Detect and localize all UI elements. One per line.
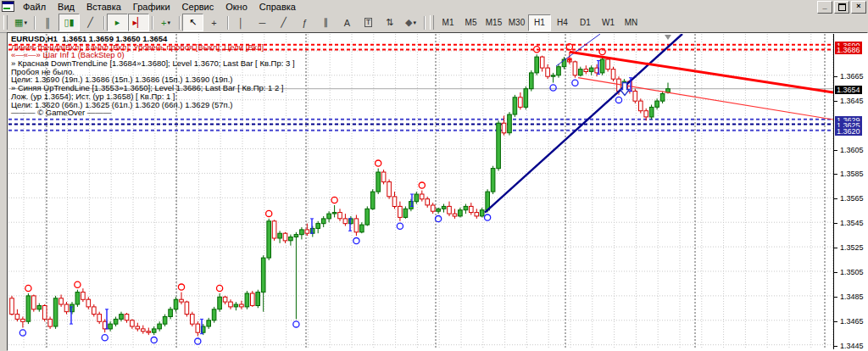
price-badge-1.3654: 1.3654 xyxy=(835,86,862,94)
swing-low-circle xyxy=(102,335,108,341)
swing-high-circle xyxy=(266,210,272,216)
toolbar-separator xyxy=(152,16,153,30)
bar-chart-button[interactable]: ║ xyxy=(37,14,58,31)
vertical-line-button[interactable]: │ xyxy=(231,14,252,31)
dropdown-caret-icon: ▾ xyxy=(167,20,170,26)
crosshair-icon: + xyxy=(211,18,216,28)
text-button[interactable]: A xyxy=(337,14,358,31)
window-controls: _ × xyxy=(817,1,866,14)
toolbar-separator xyxy=(103,16,104,30)
toolbar-grip[interactable] xyxy=(3,15,8,30)
swing-low-circle xyxy=(353,238,359,244)
chart-window: EURUSD,H1 1.3651 1.3659 1.3650 1.3654Лин… xyxy=(7,32,868,351)
autoscroll-button[interactable]: ▸ xyxy=(107,14,128,31)
toolbar-buttons: ▦▾║▯▮╱▸▸▏+▾↖+│─╱ƒ∥AT⇅◆▾ xyxy=(10,14,427,31)
swing-high-circle xyxy=(376,160,381,166)
toolbar-separator xyxy=(179,16,180,30)
dropdown-caret-icon: ▾ xyxy=(24,20,27,26)
bar-chart-icon: ║ xyxy=(45,18,52,28)
menu-item-2[interactable]: Вставка xyxy=(81,2,127,12)
tick-dash xyxy=(834,297,837,298)
menu-items: ФайлВидВставкаГрафикиСервисОкноСправка xyxy=(17,2,302,12)
chart-canvas[interactable] xyxy=(8,34,833,349)
price-axis[interactable]: 1.36651.36451.36051.35851.35651.35451.35… xyxy=(833,34,867,349)
swing-low-circle xyxy=(195,338,201,344)
tick-dash xyxy=(834,76,837,77)
shapes-icon: ◆ xyxy=(405,17,412,28)
price-badge-1.3686: 1.3686 xyxy=(835,46,862,54)
swing-low-circle xyxy=(485,214,491,220)
fibonacci-icon: ƒ xyxy=(302,18,307,28)
tick-dash xyxy=(834,101,837,102)
fibonacci-button[interactable]: ƒ xyxy=(294,14,315,31)
chart-window-icon[interactable] xyxy=(2,1,14,12)
tick-dash xyxy=(834,223,837,224)
text-label-icon: T xyxy=(364,18,373,27)
tick-dash xyxy=(834,150,837,151)
chart-shift-button[interactable]: ▸▏ xyxy=(128,14,149,31)
arrows-button[interactable]: ⇅ xyxy=(379,14,400,31)
toolbar-separator xyxy=(424,16,425,30)
dropdown-caret-icon: ▾ xyxy=(413,20,416,26)
tick-dash xyxy=(834,321,837,322)
toolbar: ▦▾║▯▮╱▸▸▏+▾↖+│─╱ƒ∥AT⇅◆▾ M1M5M15M30H1H4D1… xyxy=(0,13,868,33)
menu-item-1[interactable]: Вид xyxy=(52,2,81,12)
menu-item-4[interactable]: Сервис xyxy=(176,2,220,12)
timeframe-button-m30[interactable]: M30 xyxy=(505,14,528,31)
new-chart-button[interactable]: ▦▾ xyxy=(10,14,31,31)
line-chart-button[interactable]: ╱ xyxy=(80,14,101,31)
swing-high-circle xyxy=(217,285,223,291)
toolbar-separator xyxy=(34,16,35,30)
tick-dash xyxy=(834,198,837,199)
price-badge-1.3620: 1.3620 xyxy=(835,127,862,136)
timeframe-button-h1[interactable]: H1 xyxy=(528,14,551,31)
menu-item-6[interactable]: Справка xyxy=(253,2,302,12)
line-chart-icon: ╱ xyxy=(87,17,93,28)
timeframe-button-d1[interactable]: D1 xyxy=(574,14,597,31)
channel-icon: ∥ xyxy=(324,17,329,28)
vertical-line-icon: │ xyxy=(238,18,244,28)
restore-icon xyxy=(838,3,846,11)
chart-shift-icon: ▸▏ xyxy=(133,17,145,28)
timeframe-button-mn[interactable]: MN xyxy=(620,14,643,31)
swing-high-circle xyxy=(419,182,425,188)
swing-low-circle xyxy=(151,337,157,343)
timeframe-button-m15[interactable]: M15 xyxy=(482,14,505,31)
autoscroll-icon: ▸ xyxy=(115,17,120,28)
arrows-icon: ⇅ xyxy=(386,17,393,28)
trendline-button[interactable]: ╱ xyxy=(273,14,294,31)
horizontal-line-icon: ─ xyxy=(259,18,266,28)
toolbar-separator xyxy=(227,16,228,30)
timeframe-button-w1[interactable]: W1 xyxy=(597,14,620,31)
swing-low-circle xyxy=(550,85,556,91)
menu-item-0[interactable]: Файл xyxy=(17,2,52,12)
tick-dash xyxy=(834,272,837,273)
tick-dash xyxy=(834,174,837,175)
menu-item-5[interactable]: Окно xyxy=(220,2,253,12)
close-button[interactable]: × xyxy=(851,1,866,14)
menu-bar: ФайлВидВставкаГрафикиСервисОкноСправка _… xyxy=(0,0,868,13)
crosshair-button[interactable]: + xyxy=(203,14,225,31)
indicators-button[interactable]: +▾ xyxy=(155,14,176,31)
swing-low-circle xyxy=(572,80,578,86)
swing-low-circle xyxy=(397,223,403,229)
timeframe-button-m1[interactable]: M1 xyxy=(437,14,459,31)
channel-button[interactable]: ∥ xyxy=(315,14,337,31)
toolbar-grip-2[interactable] xyxy=(430,15,434,30)
swing-low-circle xyxy=(293,321,299,327)
red-downtrendline xyxy=(570,52,833,92)
text-label-button[interactable]: T xyxy=(358,14,379,31)
shapes-button[interactable]: ◆▾ xyxy=(400,14,421,31)
timeframe-button-m5[interactable]: M5 xyxy=(459,14,482,31)
minimize-button[interactable]: _ xyxy=(817,1,832,14)
horizontal-line-button[interactable]: ─ xyxy=(252,14,273,31)
blue-uptrendline xyxy=(485,34,682,213)
cursor-button[interactable]: ↖ xyxy=(182,14,203,31)
restore-button[interactable] xyxy=(834,1,849,14)
menu-item-3[interactable]: Графики xyxy=(127,2,176,12)
chart-shift-marker-icon xyxy=(665,35,671,40)
candlestick-chart-button[interactable]: ▯▮ xyxy=(58,14,80,31)
text-icon: A xyxy=(344,18,350,28)
swing-high-circle xyxy=(25,285,31,291)
timeframe-button-h4[interactable]: H4 xyxy=(551,14,574,31)
